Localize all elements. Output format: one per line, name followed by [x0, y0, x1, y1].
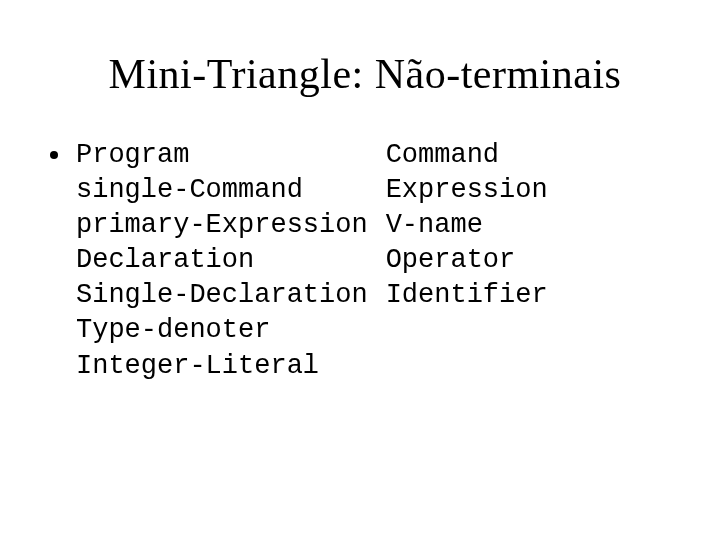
two-column-list: Program single-Command primary-Expressio… [76, 138, 548, 384]
slide: Mini-Triangle: Não-terminais Program sin… [0, 0, 720, 540]
content-block: Program single-Command primary-Expressio… [50, 138, 680, 384]
left-column: Program single-Command primary-Expressio… [76, 138, 368, 384]
slide-title: Mini-Triangle: Não-terminais [50, 50, 680, 98]
right-column: Command Expression V-name Operator Ident… [386, 138, 548, 384]
bullet-icon [50, 151, 58, 159]
